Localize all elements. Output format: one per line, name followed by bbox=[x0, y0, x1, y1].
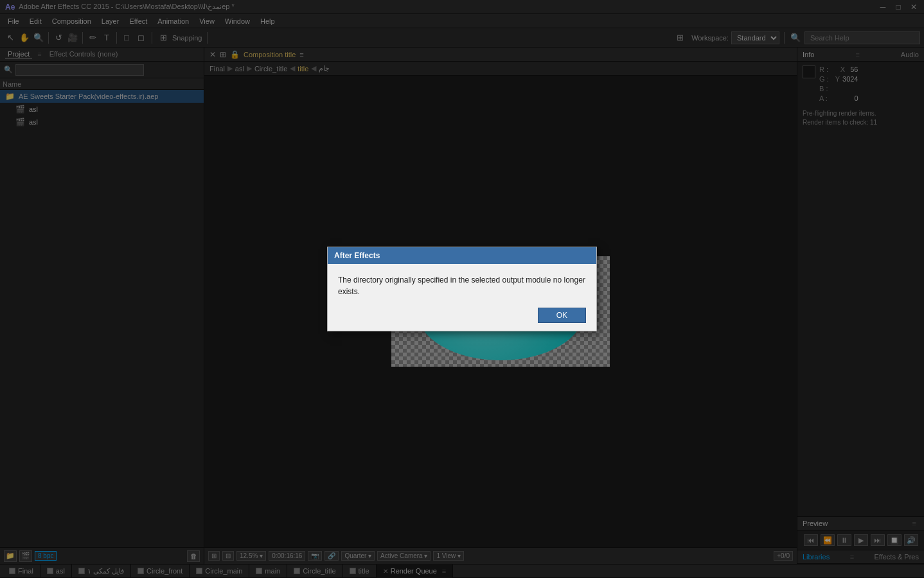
dialog-footer: OK bbox=[328, 304, 596, 331]
dialog-overlay: After Effects The directory originally s… bbox=[0, 0, 924, 578]
dialog-title-text: After Effects bbox=[334, 251, 380, 260]
dialog-message: The directory originally specified in th… bbox=[338, 276, 585, 296]
dialog-title-bar: After Effects bbox=[328, 247, 596, 264]
ok-button[interactable]: OK bbox=[538, 308, 586, 323]
dialog-body: The directory originally specified in th… bbox=[328, 264, 596, 304]
after-effects-dialog: After Effects The directory originally s… bbox=[327, 247, 597, 331]
